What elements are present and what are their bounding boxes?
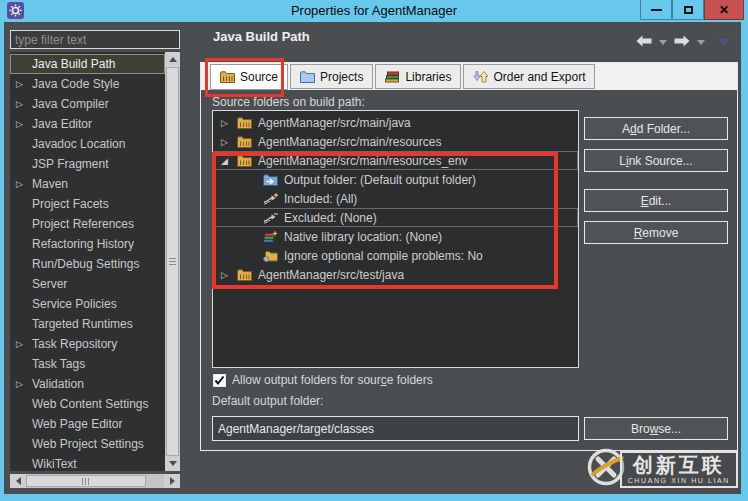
checkbox-checked-icon[interactable] <box>213 374 226 387</box>
scroll-right-icon <box>170 477 175 485</box>
package-folder-icon <box>237 155 255 167</box>
scroll-left-icon <box>16 477 21 485</box>
expand-arrow-icon[interactable]: ▷ <box>16 379 32 389</box>
maximize-button[interactable] <box>672 0 704 20</box>
tree-item-agentmanager-src-test-java[interactable]: ▷AgentManager/src/test/java <box>213 265 578 284</box>
sidebar-item-service-policies[interactable]: Service Policies <box>10 294 165 314</box>
close-icon: ✕ <box>719 4 729 16</box>
filter-input[interactable] <box>10 30 180 49</box>
sidebar-item-label: Javadoc Location <box>32 137 125 151</box>
tab-projects[interactable]: Projects <box>290 64 373 89</box>
sidebar-item-refactoring-history[interactable]: Refactoring History <box>10 234 165 254</box>
sidebar-item-project-facets[interactable]: Project Facets <box>10 194 165 214</box>
sidebar-horizontal-scrollbar[interactable] <box>10 474 180 488</box>
scrollbar-grip-icon <box>169 258 176 266</box>
sidebar-item-targeted-runtimes[interactable]: Targeted Runtimes <box>10 314 165 334</box>
maximize-icon <box>684 6 693 14</box>
expand-arrow-icon[interactable]: ▷ <box>16 119 32 129</box>
tab-source[interactable]: Source <box>210 64 288 90</box>
view-menu-icon[interactable] <box>718 39 730 46</box>
allow-output-checkbox-row[interactable]: Allow output folders for source folders <box>213 373 433 387</box>
source-folders-tree: ▷AgentManager/src/main/java▷AgentManager… <box>212 110 579 368</box>
sidebar-item-java-code-style[interactable]: ▷Java Code Style <box>10 74 165 94</box>
sidebar-item-label: Validation <box>32 377 84 391</box>
browse-button[interactable]: Browse... <box>584 417 728 440</box>
sidebar-vertical-scrollbar[interactable] <box>165 52 180 471</box>
default-output-input[interactable] <box>212 416 579 441</box>
tab-label: Source <box>240 70 278 84</box>
forward-arrow-icon[interactable] <box>674 33 690 51</box>
link-source-button[interactable]: Link Source... <box>584 149 728 172</box>
order-arrows-icon <box>473 70 488 83</box>
tree-item-agentmanager-src-main-java[interactable]: ▷AgentManager/src/main/java <box>213 113 578 132</box>
sidebar-item-task-tags[interactable]: Task Tags <box>10 354 165 374</box>
source-folders-label: Source folders on build path: <box>212 95 365 109</box>
header-nav <box>636 33 730 51</box>
sidebar-item-web-content-settings[interactable]: Web Content Settings <box>10 394 165 414</box>
collapse-arrow-icon[interactable]: ◢ <box>221 156 237 166</box>
vertical-scrollbar-thumb[interactable] <box>166 67 179 456</box>
package-folder-icon <box>237 136 255 148</box>
sidebar-item-label: Task Tags <box>32 357 85 371</box>
sidebar-item-label: Project Facets <box>32 197 109 211</box>
sidebar-item-web-page-editor[interactable]: Web Page Editor <box>10 414 165 434</box>
tree-item-agentmanager-src-main-resources[interactable]: ▷AgentManager/src/main/resources <box>213 132 578 151</box>
expand-arrow-icon[interactable]: ▷ <box>221 270 237 280</box>
sidebar-item-java-compiler[interactable]: ▷Java Compiler <box>10 94 165 114</box>
back-arrow-icon[interactable] <box>636 33 652 51</box>
expand-arrow-icon[interactable]: ▷ <box>221 118 237 128</box>
allow-output-label: Allow output folders for source folders <box>232 373 433 387</box>
horizontal-scrollbar-thumb[interactable] <box>26 475 146 487</box>
tab-strip: SourceProjects Libraries Order and Expor… <box>201 63 737 90</box>
expand-arrow-icon[interactable]: ▷ <box>16 179 32 189</box>
back-history-caret-icon[interactable] <box>659 40 667 45</box>
minimize-button[interactable] <box>640 0 672 20</box>
edit-button[interactable]: Edit... <box>584 189 728 212</box>
sidebar-item-jsp-fragment[interactable]: JSP Fragment <box>10 154 165 174</box>
close-button[interactable]: ✕ <box>704 0 744 20</box>
minimize-icon <box>651 9 662 11</box>
add-folder-label: Add Folder... <box>622 122 690 136</box>
forward-history-caret-icon[interactable] <box>697 40 705 45</box>
expand-arrow-icon[interactable]: ▷ <box>221 137 237 147</box>
watermark-text-box: 创新互联 CHUANG XIN HU LIAN <box>620 451 738 488</box>
tree-item-label: AgentManager/src/main/java <box>258 116 411 130</box>
scroll-down-button[interactable] <box>165 456 180 471</box>
tab-libraries[interactable]: Libraries <box>375 64 461 89</box>
scroll-left-button[interactable] <box>10 474 26 488</box>
sidebar-item-java-editor[interactable]: ▷Java Editor <box>10 114 165 134</box>
tree-item-label: Output folder: (Default output folder) <box>284 173 476 187</box>
tree-item-excluded-none[interactable]: Excluded: (None) <box>213 208 578 227</box>
library-books-icon <box>385 70 400 83</box>
sidebar-item-maven[interactable]: ▷Maven <box>10 174 165 194</box>
sidebar-item-label: Project References <box>32 217 134 231</box>
native-library-icon <box>263 230 281 243</box>
sidebar-item-project-references[interactable]: Project References <box>10 214 165 234</box>
output-folder-icon <box>263 174 281 186</box>
titlebar[interactable]: Properties for AgentManager ✕ <box>0 0 748 22</box>
sidebar-item-label: Server <box>32 277 67 291</box>
package-folder-icon <box>237 117 255 129</box>
expand-arrow-icon[interactable]: ▷ <box>16 99 32 109</box>
sidebar-item-task-repository[interactable]: ▷Task Repository <box>10 334 165 354</box>
tree-item-native-library-location-none[interactable]: Native library location: (None) <box>213 227 578 246</box>
add-folder-button[interactable]: Add Folder... <box>584 117 728 140</box>
sidebar-item-validation[interactable]: ▷Validation <box>10 374 165 394</box>
tree-item-output-folder-default-output-folder[interactable]: Output folder: (Default output folder) <box>213 170 578 189</box>
sidebar-item-server[interactable]: Server <box>10 274 165 294</box>
sidebar-item-run-debug-settings[interactable]: Run/Debug Settings <box>10 254 165 274</box>
tab-order-and-export[interactable]: Order and Export <box>463 64 595 89</box>
sidebar-item-java-build-path[interactable]: Java Build Path <box>10 54 165 74</box>
expand-arrow-icon[interactable]: ▷ <box>16 79 32 89</box>
expand-arrow-icon[interactable]: ▷ <box>16 339 32 349</box>
tree-item-agentmanager-src-main-resources-env[interactable]: ◢AgentManager/src/main/resources_env <box>213 151 578 170</box>
sidebar-item-javadoc-location[interactable]: Javadoc Location <box>10 134 165 154</box>
dialog-body: Java Build Path▷Java Code Style▷Java Com… <box>4 22 741 494</box>
scroll-up-button[interactable] <box>165 52 180 67</box>
sidebar-item-wikitext[interactable]: WikiText <box>10 454 165 471</box>
tree-item-included-all[interactable]: Included: (All) <box>213 189 578 208</box>
tree-item-ignore-optional-compile-problems-no[interactable]: Ignore optional compile problems: No <box>213 246 578 265</box>
scroll-right-button[interactable] <box>164 474 180 488</box>
remove-button[interactable]: Remove <box>584 221 728 244</box>
sidebar-item-web-project-settings[interactable]: Web Project Settings <box>10 434 165 454</box>
